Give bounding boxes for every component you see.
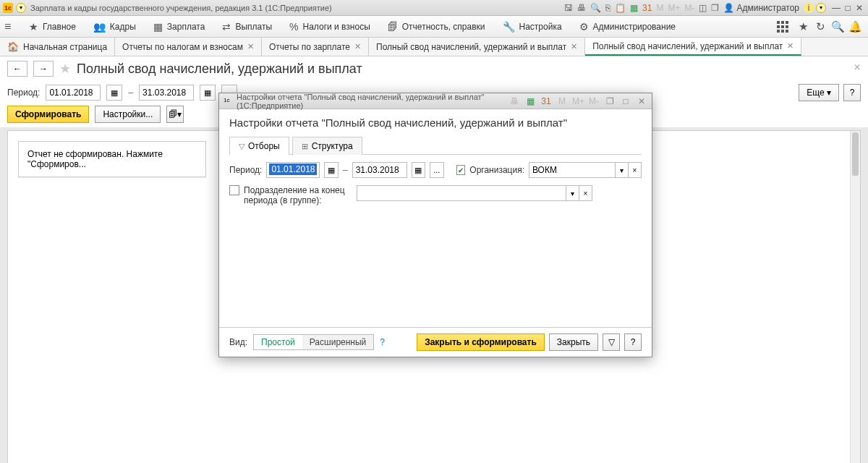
nav-forward-button[interactable]: → [33,61,54,77]
view-advanced-button[interactable]: Расширенный [302,335,374,349]
percent-icon: % [289,21,298,33]
settings-label: Настройки... [103,109,153,119]
generate-button[interactable]: Сформировать [7,106,89,123]
menu-admin[interactable]: ⚙Администрирование [571,16,684,37]
date-to-input[interactable] [352,162,407,178]
org-clear-button[interactable]: × [629,162,642,178]
save-icon[interactable]: 🖫 [564,3,573,13]
menu-settings[interactable]: 🔧Настройка [494,16,571,37]
minimize-button[interactable]: — [830,3,842,13]
scrollbar-thumb[interactable] [852,132,859,176]
view-help-icon[interactable]: ? [380,337,385,347]
dialog-restore-icon[interactable]: ❐ [604,96,616,106]
user-indicator[interactable]: 👤 Администратор [723,3,799,13]
window-cascade-icon[interactable]: ❐ [711,3,719,13]
dialog-maximize-icon[interactable]: □ [620,96,631,106]
favorite-star-icon[interactable]: ★ [59,61,71,77]
calc-mplus-icon[interactable]: M+ [572,96,584,106]
search-icon[interactable]: 🔍 [829,20,846,33]
tab-home[interactable]: 🏠Начальная страница [0,38,115,56]
apply-and-close-button[interactable]: Закрыть и сформировать [417,334,545,351]
favorites-icon[interactable]: ★ [794,20,812,33]
calc-mplus-icon[interactable]: M+ [668,3,680,13]
history-icon[interactable]: ↻ [812,20,829,33]
user-name: Администратор [736,3,799,13]
info-icon[interactable]: i [804,3,814,13]
menu-toggle-icon[interactable]: ≡ [4,20,20,33]
org-combo[interactable]: ▾ × [529,162,642,178]
menu-main[interactable]: ★Главное [20,16,85,37]
tab-full-summary[interactable]: Полный свод начислений, удержаний и выпл… [369,38,585,56]
period-picker-button[interactable]: ... [430,162,443,178]
close-dialog-button[interactable]: Закрыть [549,334,598,351]
filter-toggle-button[interactable]: ▽ [603,334,620,351]
subdiv-combo[interactable]: ▾ × [357,185,592,201]
date-from-input[interactable] [46,85,101,101]
people-icon: 👥 [93,21,106,33]
close-button[interactable]: ✕ [854,3,865,13]
menu-taxes[interactable]: %Налоги и взносы [281,16,379,37]
tab-tax-reports[interactable]: Отчеты по налогам и взносам✕ [115,38,262,56]
calendar-icon[interactable]: ▦ [524,96,536,106]
tab-structure[interactable]: ⊞Структура [292,137,362,155]
preview-icon[interactable]: 🔍 [590,3,601,13]
vertical-scrollbar[interactable] [850,131,860,463]
maximize-button[interactable]: □ [842,3,854,13]
org-checkbox[interactable]: ✔ [456,165,465,175]
subdiv-input[interactable] [357,185,566,201]
print-icon[interactable]: 🖶 [577,3,586,13]
report-placeholder: Отчет не сформирован. Нажмите "Сформиров… [18,141,206,177]
calendar-to-button[interactable]: ▦ [200,85,216,101]
menu-salary[interactable]: ▦Зарплата [145,16,214,37]
app-dropdown-icon[interactable]: ▾ [16,3,26,13]
close-icon[interactable]: ✕ [571,42,577,51]
info-dropdown-icon[interactable]: ▾ [816,3,826,13]
calendar-from-button[interactable]: ▦ [106,85,122,101]
dialog-help-button[interactable]: ? [624,334,642,351]
nav-back-button[interactable]: ← [7,61,27,77]
calendar-from-button[interactable]: ▦ [324,162,338,178]
tab-full-summary-active[interactable]: Полный свод начислений, удержаний и выпл… [585,38,801,56]
close-icon[interactable]: ✕ [787,41,793,51]
help-button[interactable]: ? [843,84,861,101]
print-icon[interactable]: 🖶 [509,96,520,106]
period-label: Период: [7,88,40,98]
tab-salary-reports[interactable]: Отчеты по зарплате✕ [262,38,369,56]
subdiv-checkbox[interactable] [229,185,239,195]
subdiv-dropdown-button[interactable]: ▾ [566,185,579,201]
copy-icon[interactable]: ⎘ [605,3,610,13]
more-button[interactable]: Еще ▾ [799,84,839,101]
window-list-icon[interactable]: ◫ [699,3,707,13]
tab-filters[interactable]: ▽Отборы [229,137,289,155]
calc-m-icon[interactable]: M [556,96,568,106]
apps-grid-icon[interactable] [777,21,794,33]
date-icon[interactable]: 31 [642,3,652,13]
wrench-icon: 🔧 [503,21,515,33]
menu-reports[interactable]: 🗐Отчетность, справки [379,16,494,37]
paste-icon[interactable]: 📋 [615,3,626,13]
calc-m-icon[interactable]: M [656,3,663,13]
menu-staff[interactable]: 👥Кадры [85,16,145,37]
save-variant-button[interactable]: 🗐▾ [166,106,184,123]
page-close-icon[interactable]: ✕ [854,62,861,72]
close-icon[interactable]: ✕ [247,42,254,51]
date-to-input[interactable] [139,85,194,101]
menu-payments[interactable]: ⇄Выплаты [213,16,281,37]
calc-mminus-icon[interactable]: M- [588,96,600,106]
dialog-close-icon[interactable]: ✕ [636,96,647,106]
tab-label: Отчеты по налогам и взносам [122,42,243,52]
view-simple-button[interactable]: Простой [254,335,302,349]
doc-icon: 🗐 [388,21,398,33]
close-icon[interactable]: ✕ [354,42,361,51]
calc-mminus-icon[interactable]: M- [684,3,694,13]
date-icon[interactable]: 31 [540,96,552,106]
notifications-icon[interactable]: 🔔 [846,20,864,33]
date-from-input[interactable]: 01.01.2018 [266,162,320,178]
settings-button[interactable]: Настройки... [95,106,161,123]
calendar-icon[interactable]: ▦ [630,3,638,13]
calendar-to-button[interactable]: ▦ [412,162,425,178]
menu-label: Главное [43,22,76,32]
org-input[interactable] [529,162,616,178]
org-dropdown-button[interactable]: ▾ [616,162,629,178]
subdiv-clear-button[interactable]: × [579,185,592,201]
